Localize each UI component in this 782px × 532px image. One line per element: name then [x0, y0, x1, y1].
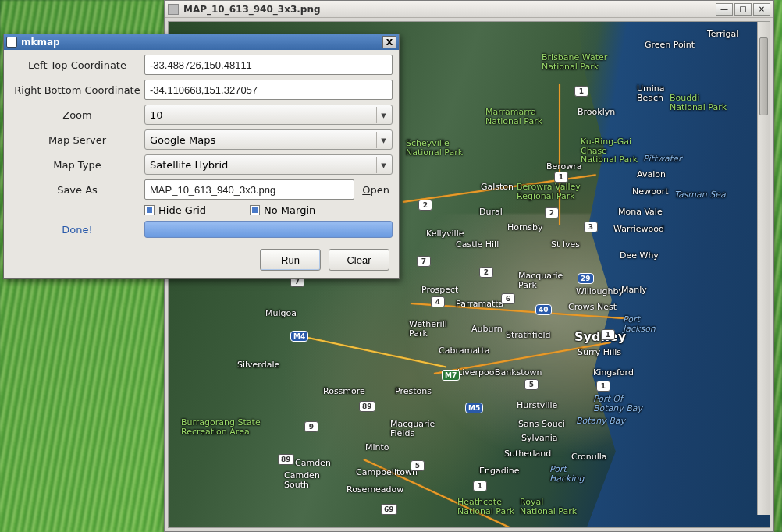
map-place-label: Terrigal — [707, 30, 738, 39]
chevron-down-icon: ▾ — [376, 132, 390, 148]
map-place-label: Galston — [481, 183, 514, 192]
map-place-label: Ku-Ring-GaiChaseNational Park — [581, 137, 638, 165]
close-button[interactable]: × — [753, 3, 770, 16]
map-place-label: Port OfBotany Bay — [593, 395, 642, 413]
label-map-type: Map Type — [10, 159, 144, 171]
map-place-label: Mona Vale — [618, 207, 663, 217]
map-place-label: PortJackson — [623, 315, 656, 333]
map-place-label: Berowra ValleyRegional Park — [517, 183, 581, 200]
map-place-label: Prospect — [421, 286, 458, 295]
map-place-label: Green Point — [645, 41, 695, 50]
route-shield: 1 — [596, 381, 610, 392]
label-zoom: Zoom — [10, 109, 144, 121]
dialog-close-button[interactable]: X — [382, 36, 396, 48]
dialog-body: Left Top Coordinate Right Bottom Coordin… — [4, 50, 399, 278]
map-place-label: Hornsby — [507, 223, 543, 232]
right-bottom-input[interactable] — [144, 80, 393, 100]
map-place-label: Surry Hills — [578, 348, 621, 357]
route-shield: 29 — [578, 273, 594, 284]
map-server-value: Google Maps — [150, 134, 376, 146]
map-server-combo[interactable]: Google Maps ▾ — [144, 129, 393, 150]
map-place-label: Manly — [621, 286, 647, 295]
close-icon: X — [386, 37, 393, 48]
route-shield: 5 — [524, 379, 539, 390]
open-button[interactable]: Open — [359, 184, 393, 196]
route-shield: 3 — [584, 222, 598, 232]
checkbox-icon — [250, 205, 260, 215]
label-left-top: Left Top Coordinate — [10, 59, 144, 71]
map-place-label: MacquariePark — [518, 271, 563, 289]
zoom-combo[interactable]: 10 ▾ — [144, 105, 393, 125]
map-place-label: MarramarraNational Park — [485, 108, 542, 126]
map-place-label: PortHacking — [549, 465, 584, 483]
map-place-label: Liverpool — [457, 368, 496, 378]
route-shield: 69 — [381, 504, 397, 515]
scrollbar-thumb[interactable] — [759, 37, 768, 115]
map-place-label: Cabramatta — [439, 346, 490, 356]
map-place-label: Rosemeadow — [347, 485, 403, 495]
route-shield: 89 — [359, 401, 375, 412]
minimize-button[interactable]: — — [716, 3, 733, 16]
map-type-value: Satellite Hybrid — [150, 159, 376, 171]
map-place-label: Campbelltown — [356, 468, 418, 477]
clear-button[interactable]: Clear — [329, 249, 389, 271]
row-options: Hide Grid No Margin — [10, 204, 393, 216]
no-margin-label: No Margin — [264, 204, 315, 216]
map-place-label: MacquarieFields — [390, 420, 435, 438]
maximize-button[interactable]: □ — [734, 3, 752, 16]
checkbox-icon — [144, 205, 155, 215]
hide-grid-checkbox[interactable]: Hide Grid — [144, 204, 206, 216]
app-icon — [6, 37, 17, 48]
dialog-title: mkmap — [21, 37, 382, 48]
left-top-input[interactable] — [144, 55, 393, 75]
row-map-server: Map Server Google Maps ▾ — [10, 129, 393, 150]
row-zoom: Zoom 10 ▾ — [10, 105, 393, 125]
vertical-scrollbar[interactable] — [757, 22, 770, 515]
map-place-label: Tasman Sea — [674, 190, 726, 200]
save-as-input[interactable] — [144, 179, 354, 200]
map-place-label: Mulgoa — [265, 309, 297, 318]
route-shield: 6 — [501, 293, 515, 304]
map-place-label: Rossmore — [323, 387, 365, 396]
map-place-label: Botany Bay — [576, 417, 625, 426]
map-titlebar[interactable]: MAP_10_613_940_3x3.png — □ × — [165, 1, 773, 18]
map-place-label: Kellyville — [426, 229, 464, 239]
label-map-server: Map Server — [10, 134, 144, 146]
route-shield: 1 — [473, 481, 487, 491]
map-place-label: Parramatta — [456, 300, 503, 309]
chevron-down-icon: ▾ — [376, 157, 390, 173]
map-place-label: Silverdale — [237, 360, 279, 370]
zoom-value: 10 — [150, 109, 376, 121]
map-place-label: Auburn — [471, 325, 503, 334]
map-place-label: Brooklyn — [578, 108, 615, 117]
route-shield: 2 — [479, 267, 493, 278]
button-row: Run Clear — [10, 249, 393, 271]
dialog-titlebar[interactable]: mkmap X — [4, 34, 399, 50]
route-shield: 2 — [418, 200, 432, 211]
map-place-label: Avalon — [637, 170, 666, 179]
row-map-type: Map Type Satellite Hybrid ▾ — [10, 154, 393, 175]
route-shield: 5 — [411, 460, 425, 471]
map-place-label: St Ives — [551, 240, 580, 250]
map-place-label: Strathfield — [506, 331, 551, 340]
map-place-label: Sylvania — [521, 434, 558, 443]
route-shield: 89 — [278, 454, 294, 465]
map-type-combo[interactable]: Satellite Hybrid ▾ — [144, 154, 393, 175]
progress-bar — [144, 221, 393, 238]
map-place-label: CamdenSouth — [284, 471, 320, 489]
road — [559, 84, 560, 225]
map-place-label: Castle Hill — [456, 240, 499, 250]
row-right-bottom: Right Bottom Coordinate — [10, 80, 393, 100]
row-progress: Done! — [10, 221, 393, 238]
map-place-label: Bankstown — [495, 368, 542, 378]
map-place-label: Sutherland — [504, 449, 551, 459]
no-margin-checkbox[interactable]: No Margin — [250, 204, 315, 216]
row-left-top: Left Top Coordinate — [10, 55, 393, 75]
route-shield: 40 — [535, 304, 552, 315]
route-shield: 1 — [574, 86, 588, 97]
route-shield: 1 — [601, 329, 615, 340]
map-place-label: Sans Souci — [518, 420, 565, 429]
label-save-as: Save As — [10, 184, 144, 196]
run-button[interactable]: Run — [260, 249, 321, 271]
map-place-label: ScheyvilleNational Park — [406, 139, 463, 157]
